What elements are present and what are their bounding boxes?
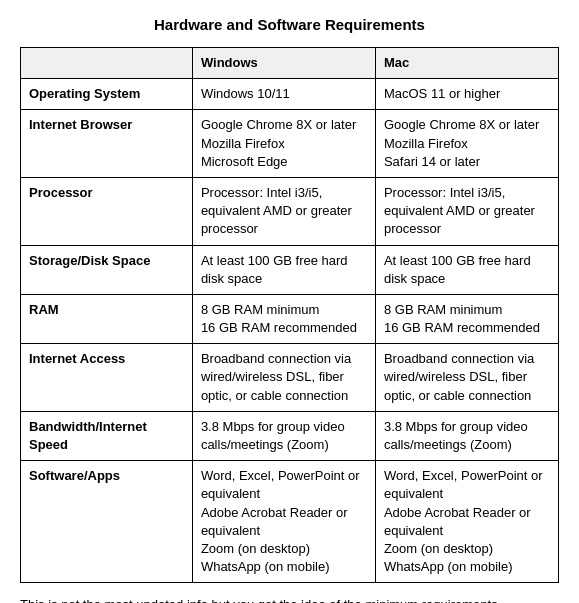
- cell-mac: Processor: Intel i3/i5, equivalent AMD o…: [375, 177, 558, 245]
- col-header-mac: Mac: [375, 48, 558, 79]
- table-row: ProcessorProcessor: Intel i3/i5, equival…: [21, 177, 559, 245]
- requirements-table: Windows Mac Operating SystemWindows 10/1…: [20, 47, 559, 583]
- cell-category: Internet Access: [21, 344, 193, 412]
- cell-mac: Word, Excel, PowerPoint or equivalent Ad…: [375, 461, 558, 583]
- table-row: Software/AppsWord, Excel, PowerPoint or …: [21, 461, 559, 583]
- footnote: This is not the most updated info but yo…: [20, 597, 559, 603]
- cell-windows: 3.8 Mbps for group video calls/meetings …: [192, 411, 375, 460]
- table-row: Storage/Disk SpaceAt least 100 GB free h…: [21, 245, 559, 294]
- table-row: RAM8 GB RAM minimum 16 GB RAM recommende…: [21, 294, 559, 343]
- cell-mac: Broadband connection via wired/wireless …: [375, 344, 558, 412]
- page-title: Hardware and Software Requirements: [20, 16, 559, 33]
- cell-mac: 3.8 Mbps for group video calls/meetings …: [375, 411, 558, 460]
- cell-windows: Broadband connection via wired/wireless …: [192, 344, 375, 412]
- cell-windows: Processor: Intel i3/i5, equivalent AMD o…: [192, 177, 375, 245]
- cell-windows: Word, Excel, PowerPoint or equivalent Ad…: [192, 461, 375, 583]
- cell-category: RAM: [21, 294, 193, 343]
- cell-category: Bandwidth/Internet Speed: [21, 411, 193, 460]
- col-header-windows: Windows: [192, 48, 375, 79]
- table-row: Internet AccessBroadband connection via …: [21, 344, 559, 412]
- cell-mac: 8 GB RAM minimum 16 GB RAM recommended: [375, 294, 558, 343]
- table-row: Internet BrowserGoogle Chrome 8X or late…: [21, 110, 559, 178]
- cell-windows: Windows 10/11: [192, 79, 375, 110]
- cell-mac: Google Chrome 8X or later Mozilla Firefo…: [375, 110, 558, 178]
- cell-category: Processor: [21, 177, 193, 245]
- cell-windows: Google Chrome 8X or later Mozilla Firefo…: [192, 110, 375, 178]
- cell-category: Internet Browser: [21, 110, 193, 178]
- cell-windows: At least 100 GB free hard disk space: [192, 245, 375, 294]
- table-row: Bandwidth/Internet Speed3.8 Mbps for gro…: [21, 411, 559, 460]
- cell-mac: At least 100 GB free hard disk space: [375, 245, 558, 294]
- table-row: Operating SystemWindows 10/11MacOS 11 or…: [21, 79, 559, 110]
- cell-category: Storage/Disk Space: [21, 245, 193, 294]
- cell-windows: 8 GB RAM minimum 16 GB RAM recommended: [192, 294, 375, 343]
- cell-category: Software/Apps: [21, 461, 193, 583]
- col-header-category: [21, 48, 193, 79]
- cell-category: Operating System: [21, 79, 193, 110]
- cell-mac: MacOS 11 or higher: [375, 79, 558, 110]
